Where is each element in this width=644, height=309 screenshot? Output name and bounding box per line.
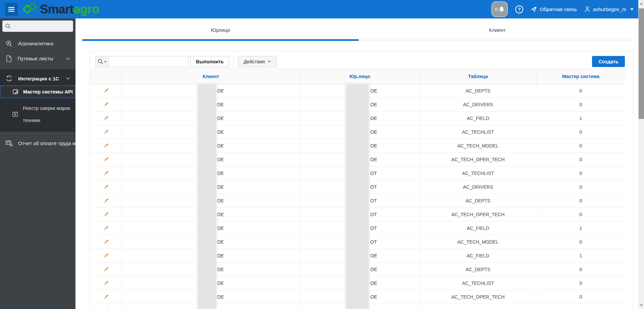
calendar-edit-icon (12, 88, 19, 95)
edit-pencil-icon (103, 294, 109, 300)
edit-pencil-icon (103, 170, 109, 177)
edit-row-button[interactable] (90, 84, 122, 98)
column-header-client[interactable]: Клиент (122, 69, 300, 84)
user-menu[interactable]: ashurbegov_m (584, 6, 634, 12)
column-header-master-system[interactable]: Мастер система (536, 69, 625, 84)
edit-pencil-icon (103, 198, 109, 204)
search-icon (98, 59, 103, 64)
master-system-cell: 0 (536, 153, 625, 166)
edit-row-button[interactable] (90, 263, 122, 276)
column-header-table[interactable]: Таблица (420, 69, 536, 84)
report-toolbar: Выполнить Действия Создать (90, 51, 633, 67)
scrollbar-up-arrow-icon[interactable] (640, 2, 643, 5)
notifications-button[interactable]: 0 (491, 1, 508, 17)
client-visible-suffix: ОЕ (217, 88, 224, 94)
sidebar-item-payroll-report[interactable]: Отчет об оплате труда м (0, 136, 75, 151)
edit-pencil-icon (103, 102, 109, 108)
hamburger-menu-button[interactable] (5, 3, 18, 16)
client-visible-suffix: ОЕ (217, 253, 224, 258)
tab-client[interactable]: Клиент (359, 20, 636, 40)
scrollbar-down-arrow-icon[interactable] (640, 304, 643, 307)
report-region: Выполнить Действия Создать Клиент Юр.лиц… (90, 51, 633, 309)
edit-pencil-icon (103, 308, 109, 309)
table-name-cell: AC_DEPTS (420, 263, 536, 276)
edit-row-button[interactable] (90, 167, 122, 180)
master-system-cell: 0 (536, 263, 625, 276)
entity-visible-suffix: ОТ (370, 226, 377, 231)
tab-label: Юрлицо (211, 27, 230, 33)
edit-row-button[interactable] (90, 222, 122, 235)
search-column-dropdown-button[interactable] (95, 56, 109, 67)
send-plane-icon (531, 6, 537, 12)
edit-row-button[interactable] (90, 235, 122, 249)
edit-pencil-icon (103, 253, 109, 259)
edit-row-button[interactable] (90, 208, 122, 221)
help-button[interactable]: ? (515, 5, 523, 13)
chevron-down-icon (268, 60, 271, 63)
edit-row-button[interactable] (90, 153, 122, 166)
edit-row-button[interactable] (90, 304, 122, 309)
feedback-link[interactable]: Обратная связь (531, 6, 577, 12)
table-header-row: Клиент Юр.лицо Таблица Мастер система (90, 69, 625, 84)
client-visible-suffix: ОЕ (217, 212, 224, 217)
column-header-legal-entity[interactable]: Юр.лицо (300, 69, 420, 84)
leaf-search-icon (5, 40, 13, 47)
edit-row-button[interactable] (90, 249, 122, 262)
notification-count-badge: 0 (495, 6, 498, 12)
sidebar-search-input[interactable] (13, 23, 73, 29)
sidebar-item-master-systems-api[interactable]: Мастер системы API (0, 85, 75, 98)
client-visible-suffix: ОЕ (217, 226, 224, 231)
vertical-scrollbar[interactable] (638, 0, 644, 309)
master-system-cell: 0 (536, 208, 625, 221)
sidebar-item-label: Путевые листы (17, 56, 53, 61)
create-button[interactable]: Создать (592, 56, 625, 67)
entity-visible-suffix: ОЕ (370, 267, 377, 272)
edit-row-button[interactable] (90, 112, 122, 125)
tab-legal-entity[interactable]: Юрлицо (82, 20, 359, 40)
sidebar-search-box[interactable] (2, 20, 73, 32)
sidebar-group-1c: Интеграция с 1С Мастер системы API Реест… (0, 69, 75, 132)
entity-visible-suffix: ОЕ (370, 294, 377, 300)
calendar-upload-icon (12, 111, 19, 118)
top-bar-right: 0 ? Обратная связь ashurbegov_m (491, 1, 638, 17)
sidebar-item-agroanalytics[interactable]: Агроаналитика (0, 36, 75, 51)
chevron-down-icon (66, 77, 70, 80)
table-name-cell: AC_TECH_MODEL (420, 139, 536, 152)
sidebar-item-label: Реестр сверки марок техники (23, 102, 74, 126)
scrollbar-thumb[interactable] (639, 8, 644, 119)
table-name-cell: AC_DRIVERS (420, 180, 536, 194)
username-label: ashurbegov_m (593, 6, 626, 12)
entity-visible-suffix: ОТ (370, 198, 377, 203)
master-system-cell: 0 (536, 139, 625, 152)
go-button[interactable]: Выполнить (190, 56, 229, 67)
entity-visible-suffix: ОЕ (370, 253, 377, 258)
table-name-cell: AC_TECH_MODEL (420, 235, 536, 249)
edit-row-button[interactable] (90, 125, 122, 139)
brand-word-smart: Smart (40, 2, 73, 16)
master-system-cell: 0 (536, 235, 625, 249)
entity-visible-suffix: ОЕ (370, 143, 377, 148)
table-name-cell: AC_DRIVERS (420, 304, 536, 309)
entity-visible-suffix: ОТ (370, 212, 377, 217)
table-name-cell: AC_TECH_OPER_TECH (420, 208, 536, 221)
master-system-cell: 0 (536, 167, 625, 180)
report-search-input[interactable] (109, 56, 189, 67)
sidebar-item-registry-verification[interactable]: Реестр сверки марок техники (0, 100, 75, 128)
top-bar: Smartagro 0 ? Обратная связь (0, 0, 638, 18)
edit-pencil-icon (103, 280, 109, 287)
edit-row-button[interactable] (90, 139, 122, 152)
client-visible-suffix: ОЕ (217, 198, 224, 203)
actions-menu-button[interactable]: Действия (238, 56, 277, 67)
master-system-cell: 0 (536, 180, 625, 194)
client-visible-suffix: ОЕ (217, 239, 224, 245)
sidebar-item-waybills[interactable]: Путевые листы (0, 51, 75, 66)
sidebar-item-1c-integration[interactable]: Интеграция с 1С (0, 71, 75, 85)
edit-row-button[interactable] (90, 194, 122, 207)
edit-pencil-icon (103, 184, 109, 190)
edit-row-button[interactable] (90, 98, 122, 111)
edit-pencil-icon (103, 239, 109, 245)
edit-row-button[interactable] (90, 276, 122, 290)
edit-row-button[interactable] (90, 290, 122, 304)
master-system-cell: 1 (536, 222, 625, 235)
edit-row-button[interactable] (90, 180, 122, 194)
